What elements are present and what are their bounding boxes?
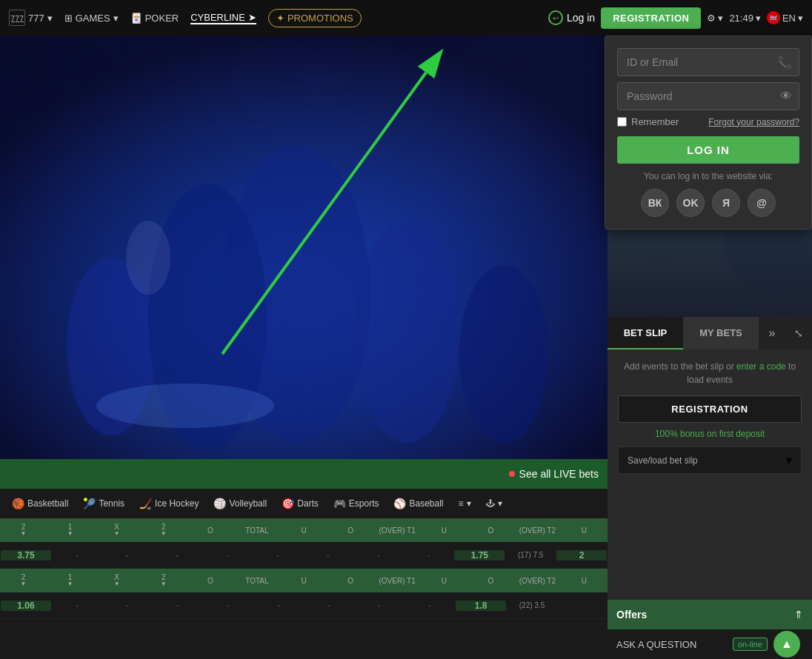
odds-2[interactable]: 2 [556, 550, 607, 561]
tab-my-bets[interactable]: MY BETS [683, 317, 759, 349]
sport-tab-volleyball[interactable]: 🏐 Volleyball [207, 495, 273, 512]
ice-hockey-icon: 🏒 [139, 498, 152, 509]
arrow-right-icon: ➤ [248, 12, 256, 23]
see-all-live-bets[interactable]: See all LIVE bets [509, 468, 599, 480]
remember-label[interactable]: Remember [617, 116, 679, 127]
dash-14: - [304, 601, 354, 611]
ya-login-button[interactable]: Я [712, 189, 740, 217]
eye-icon[interactable]: 👁 [780, 90, 792, 103]
remember-checkbox[interactable] [617, 117, 627, 127]
bet-slip-arrows-button[interactable]: » [759, 317, 785, 349]
darts-icon: 🎯 [282, 498, 294, 509]
offers-title: Offers [616, 609, 647, 620]
password-input[interactable] [617, 82, 799, 110]
col-o: O [187, 526, 233, 535]
settings-menu[interactable]: ⚙ ▾ [707, 13, 723, 24]
live-bets-bar: See all LIVE bets [0, 459, 608, 489]
odds-106[interactable]: 1.06 [1, 601, 51, 611]
dash-7: - [353, 550, 404, 561]
offers-bar: Offers ⇑ [608, 600, 812, 629]
promo-icon: ✦ [276, 13, 284, 24]
language-selector[interactable]: 🇬🇧 EN ▾ [767, 11, 803, 24]
dash-10: - [102, 601, 153, 611]
sport-tab-basketball[interactable]: 🏀 Basketball [6, 495, 74, 512]
col-over-t2b: (OVER) T2 [514, 577, 561, 585]
offers-chevron-icon[interactable]: ⇑ [794, 609, 803, 620]
col-2d: 2▼ [140, 573, 187, 588]
mail-login-button[interactable]: @ [748, 189, 776, 217]
dash-16: - [405, 601, 455, 611]
gear-icon: ⚙ [707, 13, 716, 24]
dash-6: - [303, 550, 353, 561]
save-load-text: Save/load bet slip [628, 455, 698, 466]
dash-4: - [202, 550, 253, 561]
dash-11: - [153, 601, 203, 611]
login-dropdown: 📞 👁 Remember Forgot your password? LOG I… [605, 36, 812, 230]
bet-header-row-1: 2▼ 1▼ X▼ 2▼ O TOTAL U O (OVER) T1 U O (O… [0, 518, 608, 542]
nav-item-777[interactable]: 7̲7̲7̲ 777 ▾ [9, 10, 53, 26]
ok-login-button[interactable]: OK [676, 189, 705, 217]
nav-item-games[interactable]: ⊞ GAMES ▾ [64, 13, 119, 24]
dash-15: - [354, 601, 405, 611]
col-u6: U [561, 577, 608, 585]
online-badge: on-line [733, 638, 768, 651]
baseball-icon: ⚾ [393, 498, 406, 509]
password-group: 👁 [617, 82, 799, 110]
sport-tab-baseball[interactable]: ⚾ Baseball [387, 495, 449, 512]
left-panel: See all LIVE bets 🏀 Basketball 🎾 Tennis … [0, 36, 608, 659]
dice-icon: 7̲7̲7̲ [9, 10, 25, 26]
esports-icon: 🎮 [333, 498, 346, 509]
bonus-text: 100% bonus on first deposit [618, 429, 802, 439]
chevron-down-icon: ▾ [786, 453, 792, 467]
nav-right: ↩ Log in REGISTRATION ⚙ ▾ 21:49 ▾ 🇬🇧 EN … [548, 7, 803, 29]
col-1b: 1▼ [47, 573, 93, 588]
login-via-text: You can log in to the website via: [617, 171, 799, 181]
col-o6: O [467, 577, 514, 585]
sport-tab-darts[interactable]: 🎯 Darts [276, 495, 325, 512]
sport-tab-esports[interactable]: 🎮 Esports [327, 495, 385, 512]
odds-18[interactable]: 1.8 [456, 601, 506, 611]
total-17-75: (17) 7.5 [505, 551, 556, 559]
sport-tab-tennis[interactable]: 🎾 Tennis [77, 495, 130, 512]
bet-data-row-2: 1.06 - - - - - - - - 1.8 (22) 3.5 [0, 592, 608, 619]
sport-tab-more[interactable]: ≡ ▾ [453, 495, 477, 512]
log-in-button[interactable]: LOG IN [617, 136, 799, 164]
id-email-group: 📞 [617, 48, 799, 76]
id-email-input[interactable] [617, 48, 799, 76]
nav-item-poker[interactable]: 🃏 POKER [130, 13, 179, 24]
login-button[interactable]: ↩ Log in [548, 10, 595, 25]
save-load-slip[interactable]: Save/load bet slip ▾ [618, 446, 802, 474]
basketball-icon: 🏀 [12, 498, 24, 509]
dash-5: - [253, 550, 303, 561]
col-o4: O [187, 577, 233, 585]
enter-code-link[interactable]: enter a code [736, 361, 786, 372]
phone-icon[interactable]: 📞 [777, 56, 792, 70]
tab-bet-slip[interactable]: BET SLIP [608, 317, 683, 349]
nav-item-promotions[interactable]: ✦ PROMOTIONS [268, 9, 362, 27]
login-icon: ↩ [548, 10, 563, 25]
time-display[interactable]: 21:49 ▾ [729, 13, 761, 24]
sport-tab-ice-hockey[interactable]: 🏒 Ice Hockey [133, 495, 204, 512]
nav-item-cyberline[interactable]: CYBERLINE ➤ [190, 12, 256, 24]
volleyball-icon: 🏐 [213, 498, 226, 509]
col-total2: TOTAL [233, 577, 280, 585]
ask-question-text: ASK A QUESTION [616, 639, 696, 650]
registration-btn-slip[interactable]: REGISTRATION [618, 395, 802, 423]
sport-tab-games[interactable]: 🕹 ▾ [480, 495, 508, 512]
odds-375[interactable]: 3.75 [1, 550, 51, 561]
sports-tabs: 🏀 Basketball 🎾 Tennis 🏒 Ice Hockey 🏐 Vol… [0, 489, 608, 518]
scroll-up-button[interactable]: ▲ [773, 631, 800, 658]
col-total: TOTAL [233, 526, 280, 535]
odds-175[interactable]: 1.75 [454, 550, 505, 561]
col-o2: O [327, 526, 374, 535]
forgot-password-link[interactable]: Forgot your password? [708, 117, 799, 127]
vk-login-button[interactable]: ВК [641, 189, 669, 217]
col-2b: 2▼ [140, 523, 187, 538]
col-u: U [280, 526, 327, 535]
register-button[interactable]: REGISTRATION [601, 7, 701, 29]
gamepad-icon: 🕹 [486, 498, 495, 509]
chevron-down-icon: ▾ [498, 498, 502, 509]
games-icon: ⊞ [64, 13, 73, 24]
dash-1: - [52, 550, 102, 561]
bet-slip-expand-button[interactable]: ⤡ [785, 317, 812, 349]
